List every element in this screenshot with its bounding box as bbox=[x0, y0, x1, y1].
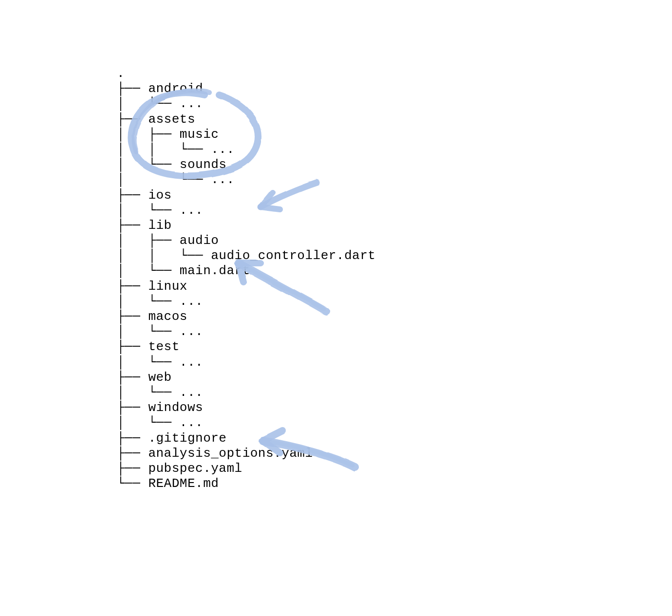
diagram-canvas: . ├── android │ └── ... ├── assets │ ├──… bbox=[0, 0, 672, 616]
directory-tree: . ├── android │ └── ... ├── assets │ ├──… bbox=[117, 66, 375, 491]
